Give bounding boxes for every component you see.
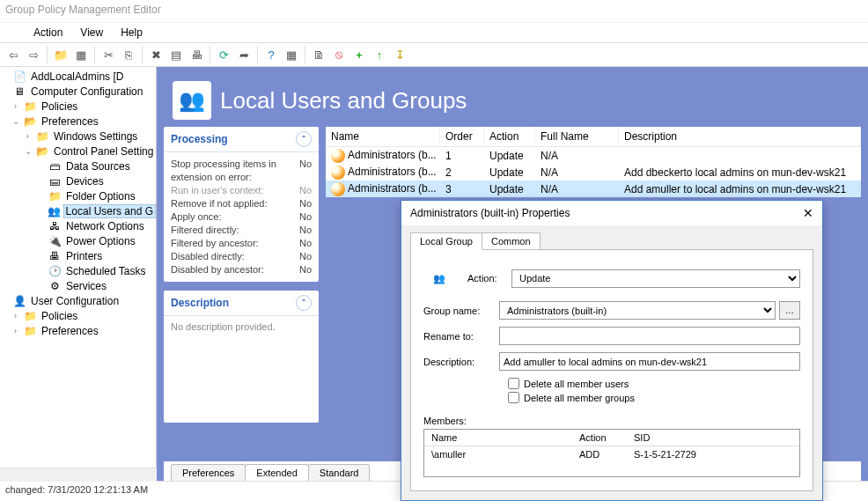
members-col-name[interactable]: Name (424, 430, 572, 446)
col-fullname[interactable]: Full Name (535, 127, 619, 146)
proc-row-value: No (299, 184, 312, 197)
up-folder-icon[interactable]: 📁 (51, 45, 70, 64)
menu-action[interactable]: Action (25, 24, 71, 41)
proc-row-label: Disabled by ancestor: (171, 263, 299, 276)
tree-network-options[interactable]: 🖧Network Options (0, 218, 156, 233)
tree-services[interactable]: ⚙Services (0, 278, 156, 293)
members-col-sid[interactable]: SID (627, 430, 799, 446)
col-action[interactable]: Action (484, 127, 535, 146)
col-order[interactable]: Order (440, 127, 484, 146)
tree-control-panel[interactable]: ⌄📂Control Panel Setting (0, 144, 156, 158)
print-icon[interactable]: 🖶 (187, 45, 206, 64)
description-label: Description: (423, 357, 499, 367)
refresh-icon[interactable]: ⟳ (214, 45, 233, 64)
tab-preferences[interactable]: Preferences (171, 464, 246, 481)
processing-panel: Processingˆ Stop processing items in ext… (164, 127, 319, 282)
menu-view[interactable]: View (71, 24, 112, 41)
proc-row-label: Disabled directly: (171, 250, 299, 263)
dialog-title: Administrators (built-in) Properties (410, 207, 570, 219)
stop-icon[interactable]: ⦸ (329, 45, 349, 64)
tree-policies[interactable]: ›📁Policies (0, 99, 156, 114)
menu-help[interactable]: Help (112, 24, 151, 41)
tab-local-group[interactable]: Local Group (410, 232, 482, 250)
list-row[interactable]: Administrators (b... 1UpdateN/A (326, 147, 861, 164)
menu-file[interactable] (7, 30, 25, 35)
proc-row-label: Remove if not applied: (171, 197, 299, 210)
collapse-icon[interactable]: ˆ (296, 295, 312, 311)
members-col-action[interactable]: Action (572, 430, 627, 446)
tree-windows-settings[interactable]: ›📁Windows Settings (0, 129, 156, 144)
list-area: Name Order Action Full Name Description … (326, 127, 861, 197)
proc-row-label: Run in user's context: (171, 184, 299, 197)
banner-icon: 👥 (173, 81, 211, 120)
group-icon (331, 149, 345, 163)
proc-row-value: No (299, 237, 312, 250)
page-icon[interactable]: 🗎 (309, 45, 328, 64)
tab-common[interactable]: Common (482, 232, 541, 250)
list-icon[interactable]: ▦ (282, 45, 301, 64)
description-title: Description (171, 297, 229, 309)
col-description[interactable]: Description (619, 127, 861, 146)
menubar: Action View Help (0, 23, 868, 42)
rename-input[interactable] (499, 327, 800, 345)
tree-computer-config[interactable]: 🖥Computer Configuration (0, 84, 156, 99)
forward-icon[interactable]: ⇨ (24, 45, 43, 64)
tree-user-config[interactable]: 👤User Configuration (0, 293, 156, 308)
tree-data-sources[interactable]: 🗃Data Sources (0, 158, 156, 173)
tree-devices[interactable]: 🖴Devices (0, 173, 156, 188)
proc-row-value: No (299, 158, 312, 184)
tree-scrollbar[interactable] (0, 468, 157, 481)
proc-row-value: No (299, 263, 312, 276)
tree-root[interactable]: 📄AddLocalAdmins [D (0, 69, 156, 84)
show-hide-icon[interactable]: ▦ (71, 45, 91, 64)
action-select[interactable]: Update (511, 269, 800, 288)
group-icon (331, 182, 345, 196)
properties-icon[interactable]: ▤ (166, 45, 186, 64)
export-icon[interactable]: ➦ (234, 45, 254, 64)
groupname-select[interactable]: Administrators (built-in) (499, 301, 776, 320)
tree-printers[interactable]: 🖶Printers (0, 248, 156, 263)
close-icon[interactable]: ✕ (803, 206, 813, 220)
collapse-icon[interactable]: ˆ (296, 131, 312, 147)
groupname-label: Group name: (423, 306, 499, 316)
description-input[interactable] (499, 352, 800, 371)
tree-power-options[interactable]: 🔌Power Options (0, 233, 156, 248)
properties-dialog: Administrators (built-in) Properties ✕ L… (401, 200, 823, 501)
tree-local-users-groups[interactable]: 👥Local Users and G (0, 203, 156, 218)
list-row[interactable]: Administrators (b... 3UpdateN/AAdd amull… (326, 181, 861, 197)
proc-row-label: Filtered by ancestor: (171, 237, 299, 250)
members-row[interactable]: \amuller ADD S-1-5-21-2729 (424, 446, 799, 462)
tree-preferences[interactable]: ⌄📂Preferences (0, 114, 156, 129)
description-panel: Descriptionˆ No description provided. (164, 291, 319, 423)
page-title: Local Users and Groups (220, 87, 467, 114)
toolbar: ⇦ ⇨ 📁 ▦ ✂ ⎘ ✖ ▤ 🖶 ⟳ ➦ ? ▦ 🗎 ⦸ + ↑ ↧ (0, 42, 868, 67)
proc-row-label: Stop processing items in extension on er… (171, 158, 299, 184)
rename-label: Rename to: (423, 331, 499, 342)
copy-icon[interactable]: ⎘ (119, 45, 138, 64)
help-icon[interactable]: ? (261, 45, 281, 64)
delete-groups-checkbox[interactable] (508, 392, 519, 403)
members-list[interactable]: Name Action SID \amuller ADD S-1-5-21-27… (423, 429, 800, 477)
group-icon (331, 166, 345, 180)
cut-icon[interactable]: ✂ (99, 45, 118, 64)
back-icon[interactable]: ⇦ (4, 45, 23, 64)
tree-folder-options[interactable]: 📁Folder Options (0, 188, 156, 203)
list-header: Name Order Action Full Name Description (326, 127, 861, 147)
tab-standard[interactable]: Standard (308, 464, 371, 481)
col-name[interactable]: Name (326, 127, 440, 146)
proc-row-value: No (299, 197, 312, 210)
members-label: Members: (423, 416, 800, 426)
move-up-icon[interactable]: ↑ (370, 45, 389, 64)
tree-user-policies[interactable]: ›📁Policies (0, 308, 156, 323)
tree-scheduled-tasks[interactable]: 🕑Scheduled Tasks (0, 263, 156, 278)
tree-user-preferences[interactable]: ›📁Preferences (0, 323, 156, 338)
move-down-icon[interactable]: ↧ (390, 45, 409, 64)
delete-users-checkbox[interactable] (508, 378, 519, 389)
list-row[interactable]: Administrators (b... 2UpdateN/AAdd dbeck… (326, 164, 861, 181)
tab-extended[interactable]: Extended (245, 464, 308, 481)
processing-title: Processing (171, 133, 228, 145)
add-icon[interactable]: + (349, 45, 369, 64)
action-label: Action: (467, 273, 511, 284)
browse-button[interactable]: … (779, 301, 800, 320)
delete-icon[interactable]: ✖ (146, 45, 166, 64)
